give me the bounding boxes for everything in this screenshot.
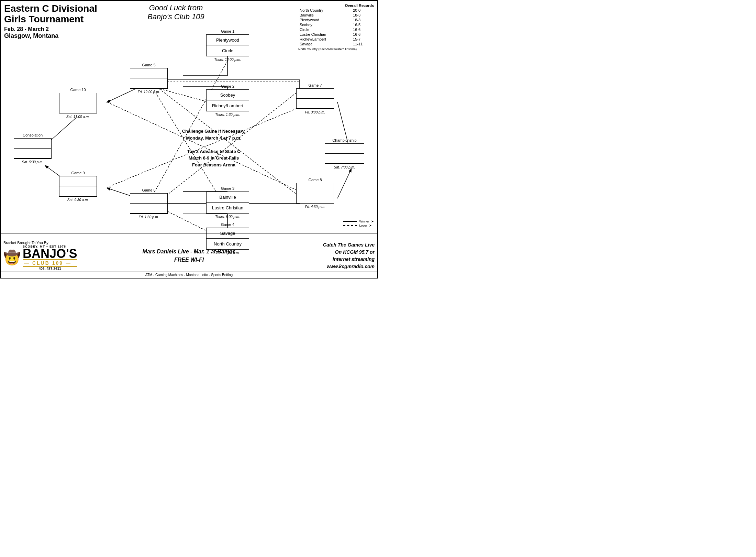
winner-line [343,221,357,222]
banjo-club: — CLUB 109 — [23,259,77,267]
legend: Winner ➤ Loser ➤ [343,220,374,228]
tournament-location: Glasgow, Montana [4,32,107,40]
tournament-title: Eastern C Divisional Girls Tournament [4,3,107,25]
game3-box: Game 3 Bainville Lustre Christian Thurs.… [206,192,249,214]
wifi-text: FREE WI-FI [174,257,204,263]
game6-label: Game 6 [130,188,167,192]
sponsor-middle: Mars Daniels Live - Mar. 1 at Banjos FRE… [76,248,302,264]
game10-team1 [59,93,97,103]
game2-box: Game 2 Scobey Richey/Lambert Thurs. 1:30… [206,89,249,111]
banjo-name: BANJO'S [23,248,77,259]
record-row: Lustre Christian16-6 [299,32,373,36]
game5-time: Fri. 12:00 p.m. [130,90,167,94]
team-record: 16-5 [352,23,373,27]
game8-team1 [297,183,334,193]
game7-team2 [297,99,334,109]
game3-label: Game 3 [207,186,249,190]
records-title: Overall Records [298,3,374,8]
game1-box: Game 1 Plentywood Circle Thurs. 12:00 p.… [206,34,249,56]
game8-box: Game 8 Fri. 4:30 p.m. [296,183,334,204]
game7-label: Game 7 [297,83,334,87]
mars-daniels-text: Mars Daniels Live - Mar. 1 at Banjos [142,249,235,254]
championship-box: Championship Sat. 7:00 p.m. [325,143,364,164]
team-name: Bainville [299,13,352,17]
tournament-dates: Feb. 28 - March 2 [4,26,107,32]
game1-label: Game 1 [207,29,249,33]
game2-team1: Scobey [207,90,249,100]
consolation-label: Consolation [14,133,51,137]
game7-time: Fri. 3:00 p.m. [297,110,334,114]
game9-team1 [59,176,97,186]
team-record: 16-6 [352,32,373,36]
team-record: 18-3 [352,13,373,17]
catch-games-line4: www.kcgmradio.com [326,264,375,269]
game8-time: Fri. 4:30 p.m. [297,205,334,209]
championship-label: Championship [325,138,364,142]
game9-team2 [59,186,97,196]
team-record: 16-6 [352,28,373,32]
game3-team2: Lustre Christian [207,203,249,213]
brought-by-text: Bracket Brought To You By [3,241,74,245]
game5-box: Game 5 Fri. 12:00 p.m. [130,68,168,89]
consolation-team1 [14,139,51,149]
sponsor-left: Bracket Brought To You By 🤠 SCOBEY, MT –… [1,239,76,272]
team-name: Richey/Lambert [299,37,352,41]
team-record: 18-3 [352,18,373,22]
sponsor-right: Catch The Games Live On KCGM 95.7 or int… [302,241,377,270]
record-row: Savage11-11 [299,42,373,46]
svg-line-22 [337,169,351,198]
championship-team2 [325,154,364,164]
loser-line [343,225,357,226]
good-luck-message: Good Luck fromBanjo's Club 109 [118,3,234,22]
catch-games-line1: Catch The Games Live [323,242,375,248]
sponsor-area: Bracket Brought To You By 🤠 SCOBEY, MT –… [1,233,377,278]
record-row: Bainville18-3 [299,13,373,17]
consolation-box: Consolation Sat. 5:30 p.m. [14,138,52,159]
game6-box: Game 6 Fri. 1:30 p.m. [130,193,168,214]
game10-team2 [59,103,97,113]
records-table: North Country20-0 Bainville18-3 Plentywo… [298,8,374,47]
banjo-logo: 🤠 SCOBEY, MT – EST 1978 BANJO'S — CLUB 1… [3,245,74,271]
team-record: 11-11 [352,42,373,46]
team-name: Plentywood [299,18,352,22]
winner-arrow: ➤ [371,220,374,223]
banjo-phone: 406- 487-2611 [23,267,77,271]
good-luck-text: Good Luck fromBanjo's Club 109 [118,3,234,22]
catch-games-line3: internet streaming [333,256,375,262]
record-row: Scobey16-5 [299,23,373,27]
game2-label: Game 2 [207,84,249,88]
record-row: Plentywood18-3 [299,18,373,22]
team-record: 20-0 [352,8,373,12]
center-challenge-text: Challenge Game If Necessary, Monday, Mar… [166,128,262,168]
game9-label: Game 9 [59,171,97,175]
team-name: Savage [299,42,352,46]
game9-time: Sat. 9:30 a.m. [59,198,97,202]
game7-team1 [297,89,334,99]
winner-legend: Winner ➤ [343,220,374,223]
header-left: Eastern C Divisional Girls Tournament Fe… [4,3,107,40]
game5-team1 [130,68,167,78]
game1-time: Thurs. 12:00 p.m. [207,58,249,62]
banjo-mascot: 🤠 [3,250,21,266]
game4-label: Game 4 [207,222,249,227]
banjo-brand-text: SCOBEY, MT – EST 1978 BANJO'S — CLUB 109… [23,245,77,271]
game2-time: Thurs. 1:30 p.m. [207,113,249,117]
loser-label: Loser [359,224,367,227]
record-row: Circle16-6 [299,28,373,32]
game3-team1: Bainville [207,192,249,203]
atm-bar: ATM - Gaming Machines - Montana Lotto - … [1,272,377,278]
consolation-team2 [14,149,51,159]
championship-time: Sat. 7:00 p.m. [325,165,364,169]
team-record: 15-7 [352,37,373,41]
atm-text: ATM - Gaming Machines - Montana Lotto - … [145,273,233,277]
game10-box: Game 10 Sat. 11:00 a.m. [59,93,97,113]
game10-label: Game 10 [59,88,97,92]
loser-arrow: ➤ [369,224,372,227]
game6-team1 [130,194,167,204]
game5-label: Game 5 [130,63,167,67]
record-row: North Country20-0 [299,8,373,12]
game8-label: Game 8 [297,178,334,182]
consolation-time: Sat. 5:30 p.m. [14,160,51,164]
game8-team2 [297,193,334,203]
team-name: Scobey [299,23,352,27]
